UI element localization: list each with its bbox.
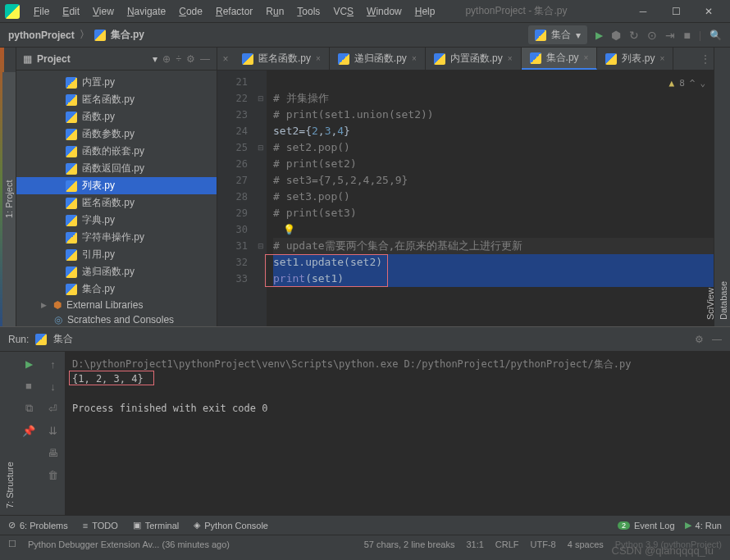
maximize-button[interactable]: ☐ [659, 0, 692, 23]
breadcrumb-file[interactable]: 集合.py [111, 28, 144, 42]
encoding[interactable]: UTF-8 [531, 540, 556, 549]
hide-icon[interactable]: — [200, 53, 210, 65]
breadcrumb-project[interactable]: pythonProject [8, 30, 75, 41]
rerun-button[interactable]: ▶ [25, 358, 33, 370]
console-output[interactable]: D:\pythonProject1\pythonProject\venv\Scr… [66, 352, 730, 515]
tree-file-item[interactable]: 函数返回值.py [16, 160, 217, 177]
debug-button[interactable]: ⬢ [611, 29, 621, 42]
pin-icon[interactable]: 📌 [22, 425, 35, 437]
tool-tab-project[interactable]: 1: Project [2, 72, 16, 326]
cursor-position[interactable]: 31:1 [466, 540, 483, 549]
print-icon[interactable]: 🖶 [48, 447, 58, 459]
tree-file-item[interactable]: 函数的嵌套.py [16, 143, 217, 160]
tab-close-icon[interactable]: × [508, 54, 513, 63]
wrap-icon[interactable]: ⏎ [48, 403, 57, 415]
editor-tab[interactable]: 递归函数.py× [330, 48, 426, 70]
editor-tab[interactable]: 集合.py× [522, 48, 598, 70]
tab-close-icon[interactable]: × [584, 53, 589, 62]
terminal-tab[interactable]: ▣ Terminal [133, 520, 180, 530]
intention-bulb-icon[interactable]: 💡 [283, 221, 295, 238]
menu-vcs[interactable]: VCS [327, 4, 359, 19]
coverage-button[interactable]: ↻ [629, 29, 639, 42]
problems-tab[interactable]: ⊘ 6: Problems [8, 520, 68, 530]
chevron-down-icon[interactable]: ▾ [153, 53, 157, 65]
menu-run[interactable]: Run [260, 4, 290, 19]
menu-edit[interactable]: Edit [57, 4, 85, 19]
python-console-tab[interactable]: ◈ Python Console [194, 520, 268, 530]
tree-file-item[interactable]: 列表.py [16, 177, 217, 194]
tree-file-item[interactable]: 内置.py [16, 74, 217, 91]
profile-button[interactable]: ⊙ [647, 29, 657, 42]
code-line[interactable]: # print(set1.union(set2)) [273, 107, 714, 123]
code-line[interactable]: # set3={7,5,2,4,25,9} [273, 172, 714, 189]
tree-file-item[interactable]: 匿名函数.py [16, 91, 217, 108]
code-line[interactable]: # 并集操作 [273, 90, 714, 107]
minimize-button[interactable]: ─ [627, 0, 659, 23]
tree-file-item[interactable]: 递归函数.py [16, 263, 217, 280]
tree-file-item[interactable]: 字符串操作.py [16, 229, 217, 246]
todo-tab[interactable]: ≡ TODO [83, 521, 118, 530]
layout-icon[interactable]: ⧉ [25, 402, 33, 415]
menu-tools[interactable]: Tools [291, 4, 326, 19]
attach-button[interactable]: ⇥ [665, 29, 675, 42]
indent-info[interactable]: 4 spaces [568, 540, 604, 549]
run-tab[interactable]: ▶ 4: Run [685, 520, 722, 530]
tab-prev-icon[interactable]: × [217, 48, 234, 70]
code-line[interactable] [273, 221, 714, 238]
inspection-widget[interactable]: ▲ 8 ^ ⌄ [669, 75, 706, 92]
code-line[interactable] [273, 74, 714, 90]
menu-help[interactable]: Help [409, 4, 441, 19]
code-line[interactable]: # print(set2) [273, 156, 714, 172]
tool-tab-database[interactable]: Database [717, 56, 730, 326]
gear-icon[interactable]: ⚙ [695, 334, 704, 345]
tree-file-item[interactable]: 字典.py [16, 212, 217, 229]
search-icon[interactable]: 🔍 [709, 30, 722, 41]
hide-icon[interactable]: — [712, 334, 722, 345]
fold-gutter[interactable]: ⊟ ⊟ ⊟ [254, 71, 267, 326]
stop-button[interactable]: ■ [683, 29, 690, 42]
run-button[interactable]: ▶ [595, 30, 603, 41]
tree-external-libraries[interactable]: ▶⬢External Libraries [16, 298, 217, 312]
run-config-selector[interactable]: 集合 ▾ [528, 25, 587, 44]
code-line[interactable]: # print(set3) [273, 205, 714, 221]
tree-scratches[interactable]: ◎Scratches and Consoles [16, 312, 217, 326]
menu-code[interactable]: Code [173, 4, 208, 19]
gear-icon[interactable]: ⚙ [186, 53, 195, 65]
tree-file-item[interactable]: 函数参数.py [16, 125, 217, 143]
code-line[interactable]: # set3.pop() [273, 189, 714, 205]
menu-file[interactable]: File [28, 4, 55, 19]
trash-icon[interactable]: 🗑 [48, 469, 58, 481]
menu-refactor[interactable]: Refactor [210, 4, 258, 19]
tool-tab-structure[interactable]: 7: Structure [3, 376, 16, 515]
code-editor[interactable]: ▲ 8 ^ ⌄ # 并集操作# print(set1.union(set2))s… [267, 71, 714, 326]
code-line[interactable]: # update需要两个集合,在原来的基础之上进行更新 [273, 238, 714, 254]
menu-window[interactable]: Window [361, 4, 408, 19]
stop-button[interactable]: ■ [25, 380, 32, 392]
target-icon[interactable]: ⊕ [162, 53, 171, 65]
tree-file-item[interactable]: 引用.py [16, 246, 217, 263]
close-button[interactable]: ✕ [692, 0, 725, 23]
tool-tab-sciview[interactable]: SciView [704, 56, 717, 326]
code-line[interactable]: set1.update(set2) [273, 254, 714, 271]
line-ending[interactable]: CRLF [495, 540, 519, 549]
event-log-tab[interactable]: 2 Event Log [618, 521, 675, 530]
code-line[interactable]: print(set1) [273, 271, 714, 287]
project-tree[interactable]: 内置.py匿名函数.py函数.py函数参数.py函数的嵌套.py函数返回值.py… [16, 71, 217, 326]
code-line[interactable]: set2={2,3,4} [273, 123, 714, 139]
menu-navigate[interactable]: Navigate [121, 4, 171, 19]
collapse-icon[interactable]: ÷ [176, 53, 181, 65]
tool-tab-favorites[interactable]: 2: Favorites [0, 376, 3, 515]
down-icon[interactable]: ↓ [50, 380, 56, 393]
editor-tab[interactable]: 匿名函数.py× [234, 48, 330, 70]
tree-file-item[interactable]: 集合.py [16, 280, 217, 298]
tab-close-icon[interactable]: × [316, 54, 321, 63]
tree-file-item[interactable]: 匿名函数.py [16, 194, 217, 212]
editor-tab[interactable]: 内置函数.py× [426, 48, 522, 70]
editor-tab[interactable]: 列表.py× [597, 48, 673, 70]
scroll-icon[interactable]: ⇊ [48, 425, 57, 437]
menu-view[interactable]: View [87, 4, 120, 19]
tab-close-icon[interactable]: × [659, 54, 664, 63]
tree-file-item[interactable]: 函数.py [16, 108, 217, 125]
tab-close-icon[interactable]: × [412, 54, 417, 63]
code-line[interactable]: # set2.pop() [273, 139, 714, 156]
